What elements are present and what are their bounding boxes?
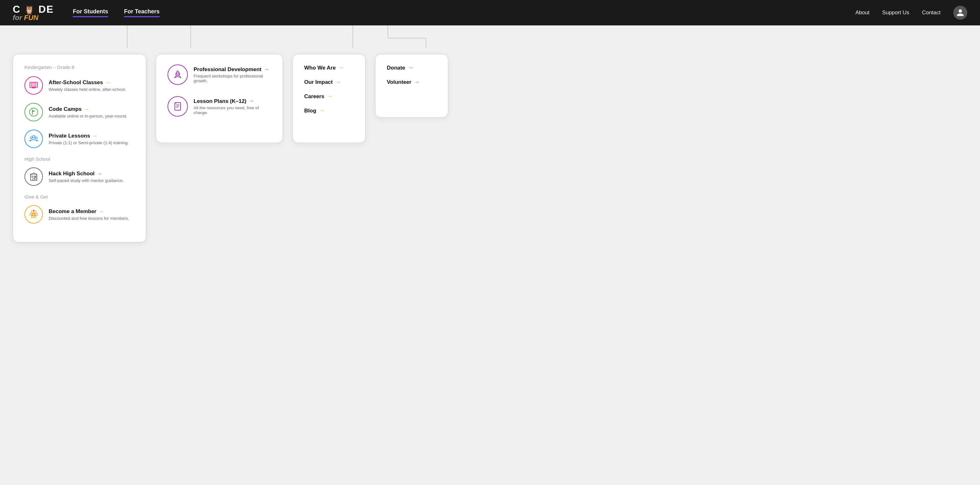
member-text: Become a Member → Discounted and free le… — [49, 208, 129, 221]
group-icon — [29, 134, 39, 144]
nav-for-teachers[interactable]: For Teachers — [124, 8, 159, 17]
who-we-are-arrow: → — [338, 65, 344, 71]
code-camps-arrow: → — [84, 106, 89, 113]
person-icon — [956, 9, 964, 17]
private-lessons-text: Private Lessons → Private (1:1) or Semi-… — [49, 133, 129, 145]
nav-right: About Support Us Contact — [855, 6, 967, 20]
careers-link[interactable]: Careers → — [304, 93, 354, 100]
after-school-arrow: → — [105, 79, 111, 86]
monitor-icon: </> — [29, 80, 39, 90]
our-impact-link[interactable]: Our Impact → — [304, 79, 354, 86]
nav-links: For Students For Teachers — [73, 8, 855, 17]
lesson-plans-text: Lesson Plans (K–12) → All the resources … — [194, 98, 271, 115]
code-camps-item[interactable]: Code Camps → Available online or in-pers… — [24, 103, 134, 121]
prof-dev-text: Professional Development → Frequent work… — [194, 66, 271, 83]
careers-arrow: → — [327, 93, 332, 100]
nav-support-us[interactable]: Support Us — [882, 10, 909, 16]
rocket-icon — [173, 70, 183, 80]
svg-rect-28 — [175, 103, 181, 110]
building-icon — [29, 171, 39, 182]
hack-hs-desc: Self-paced study with mentor guidance. — [49, 178, 124, 183]
svg-point-14 — [35, 137, 37, 139]
member-desc: Discounted and free lessons for members. — [49, 216, 129, 221]
students-dropdown-card: Kindergarten – Grade 8 </> After-School … — [13, 54, 146, 242]
member-item[interactable]: Become a Member → Discounted and free le… — [24, 205, 134, 223]
svg-point-21 — [35, 178, 36, 178]
our-impact-arrow: → — [336, 79, 341, 86]
lesson-plans-arrow: → — [248, 98, 254, 105]
svg-point-22 — [33, 214, 35, 216]
donate-arrow: → — [408, 65, 414, 71]
nav-about[interactable]: About — [855, 10, 869, 16]
blog-link[interactable]: Blog → — [304, 107, 354, 114]
atom-icon — [29, 209, 39, 219]
svg-point-26 — [33, 210, 34, 211]
code-camps-icon — [24, 103, 43, 121]
svg-text:</>: </> — [32, 84, 36, 86]
lesson-plans-item[interactable]: Lesson Plans (K–12) → All the resources … — [167, 96, 271, 117]
prof-dev-item[interactable]: Professional Development → Frequent work… — [167, 65, 271, 85]
after-school-item[interactable]: </> After-School Classes → Weekly classe… — [24, 76, 134, 95]
after-school-icon: </> — [24, 76, 43, 95]
navbar: C 🦉 DE for FUN For Students For Teachers… — [0, 0, 980, 25]
logo-bottom: for FUN — [13, 14, 54, 21]
document-icon — [173, 101, 183, 111]
prof-dev-title: Professional Development → — [194, 66, 271, 73]
about-dropdown-card: Who We Are → Our Impact → Careers → Blog… — [293, 54, 366, 143]
member-title: Become a Member → — [49, 208, 129, 215]
private-lessons-icon — [24, 130, 43, 148]
prof-dev-icon — [167, 65, 188, 85]
teachers-dropdown-card: Professional Development → Frequent work… — [156, 54, 283, 143]
lesson-plans-title: Lesson Plans (K–12) → — [194, 98, 271, 105]
svg-point-12 — [32, 136, 35, 138]
private-lessons-title: Private Lessons → — [49, 133, 129, 139]
flag-icon — [29, 107, 39, 117]
hack-hs-icon — [24, 167, 43, 186]
private-lessons-arrow: → — [92, 133, 98, 139]
hack-hs-arrow: → — [97, 171, 102, 177]
user-avatar-button[interactable] — [953, 6, 967, 20]
hack-hs-title: Hack High School → — [49, 171, 124, 177]
after-school-title: After-School Classes → — [49, 79, 126, 86]
svg-rect-7 — [32, 87, 36, 88]
hack-hs-text: Hack High School → Self-paced study with… — [49, 171, 124, 183]
svg-rect-15 — [30, 174, 37, 181]
private-lessons-item[interactable]: Private Lessons → Private (1:1) or Semi-… — [24, 130, 134, 148]
connectors — [13, 25, 967, 51]
code-camps-text: Code Camps → Available online or in-pers… — [49, 106, 127, 119]
lesson-plans-icon — [167, 96, 188, 117]
after-school-text: After-School Classes → Weekly classes he… — [49, 79, 126, 92]
nav-contact[interactable]: Contact — [922, 10, 940, 16]
dropdown-area: Kindergarten – Grade 8 </> After-School … — [0, 25, 980, 262]
member-arrow: → — [98, 208, 104, 215]
private-lessons-desc: Private (1:1) or Semi-private (1:4) trai… — [49, 140, 129, 145]
svg-rect-16 — [32, 176, 33, 177]
nav-for-students[interactable]: For Students — [73, 8, 108, 17]
blog-arrow: → — [319, 107, 325, 114]
prof-dev-desc: Frequent workshops for professional grow… — [194, 74, 271, 83]
volunteer-arrow: → — [414, 79, 420, 86]
support-dropdown-card: Donate → Volunteer → — [375, 54, 448, 117]
logo[interactable]: C 🦉 DE for FUN — [13, 4, 54, 21]
who-we-are-link[interactable]: Who We Are → — [304, 65, 354, 71]
hack-hs-item[interactable]: Hack High School → Self-paced study with… — [24, 167, 134, 186]
after-school-desc: Weekly classes held online, after-school… — [49, 87, 126, 92]
lesson-plans-desc: All the resources you need, free of char… — [194, 105, 271, 115]
code-camps-desc: Available online or in-person, year-roun… — [49, 114, 127, 119]
member-icon — [24, 205, 43, 223]
svg-point-13 — [30, 137, 32, 139]
volunteer-link[interactable]: Volunteer → — [387, 79, 436, 86]
logo-top: C 🦉 DE — [13, 4, 54, 14]
code-camps-title: Code Camps → — [49, 106, 127, 113]
svg-point-10 — [30, 108, 38, 116]
owl-icon: 🦉 — [24, 5, 35, 14]
prof-dev-arrow: → — [264, 66, 269, 73]
section-hs-label: High School — [24, 156, 134, 162]
connector-lines — [13, 25, 967, 51]
section-gg-label: Give & Get — [24, 194, 134, 200]
donate-link[interactable]: Donate → — [387, 65, 436, 71]
section-k8-label: Kindergarten – Grade 8 — [24, 65, 134, 70]
svg-point-27 — [177, 73, 179, 74]
cards-row: Kindergarten – Grade 8 </> After-School … — [13, 51, 967, 242]
